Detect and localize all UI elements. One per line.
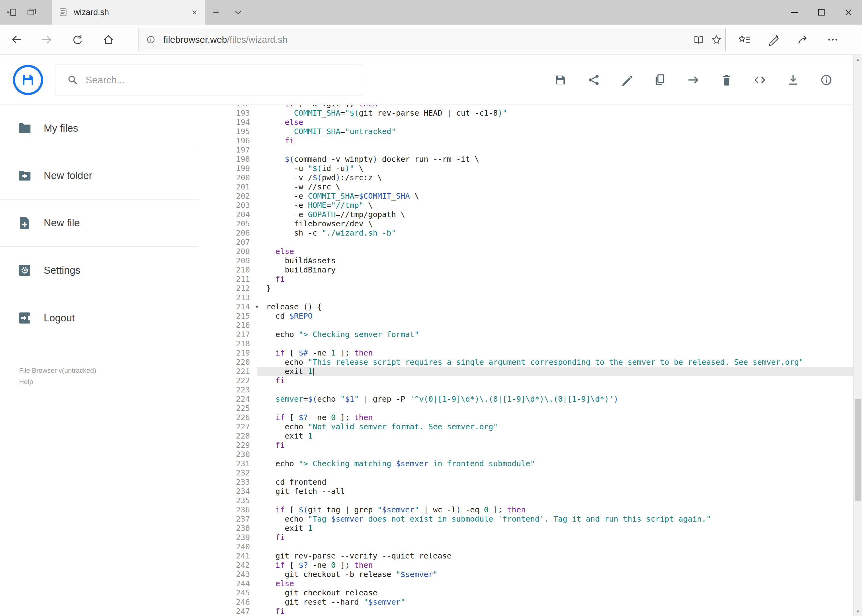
tab-preview-icon[interactable] (24, 3, 39, 22)
search-bar[interactable] (55, 64, 363, 95)
code-line-201[interactable]: -w //src \ (257, 182, 853, 192)
code-line-226[interactable]: if [ $? -ne 0 ]; then (257, 413, 853, 422)
minimize-button[interactable] (781, 0, 808, 25)
code-line-206[interactable]: sh -c "./wizard.sh -b" (257, 228, 853, 238)
sidebar-item-my-files[interactable]: My files (0, 105, 199, 152)
code-line-236[interactable]: if [ $(git tag | grep "$semver" | wc -l)… (257, 505, 853, 514)
code-line-232[interactable] (257, 468, 853, 478)
maximize-button[interactable] (808, 0, 835, 25)
code-line-215[interactable]: cd $REPO (257, 311, 853, 321)
code-line-230[interactable] (257, 450, 853, 459)
code-line-220[interactable]: echo "This release script requires a sin… (257, 358, 853, 367)
code-line-195[interactable]: COMMIT_SHA="untracked" (257, 127, 853, 136)
address-bar[interactable]: filebrowser.web/files/wizard.sh (139, 28, 726, 51)
code-line-241[interactable]: git rev-parse --verify --quiet release (257, 552, 853, 561)
code-line-217[interactable]: echo "> Checking semver format" (257, 330, 853, 339)
code-line-205[interactable]: filebrowser/dev \ (257, 219, 853, 228)
code-line-247[interactable]: fi (257, 607, 853, 616)
code-line-223[interactable] (257, 385, 853, 394)
code-line-231[interactable]: echo "> Checking matching $semver in fro… (257, 459, 853, 468)
code-line-211[interactable]: fi (257, 275, 853, 284)
code-line-221[interactable]: exit 1 (257, 367, 853, 376)
code-line-219[interactable]: if [ $# -ne 1 ]; then (257, 349, 853, 358)
code-line-192[interactable]: if [ -d .git ]; then (257, 105, 853, 108)
forward-button[interactable] (36, 29, 58, 50)
share-button[interactable] (587, 73, 600, 87)
download-button[interactable] (786, 73, 800, 87)
page-scrollbar[interactable]: ▲ ▼ (853, 55, 862, 616)
code-line-235[interactable] (257, 496, 853, 505)
code-line-240[interactable] (257, 542, 853, 552)
home-button[interactable] (98, 29, 119, 50)
info-button[interactable] (819, 73, 833, 87)
code-line-202[interactable]: -e COMMIT_SHA=$COMMIT_SHA \ (257, 192, 853, 201)
code-line-233[interactable]: cd frontend (257, 478, 853, 487)
code-line-203[interactable]: -e HOME="//tmp" \ (257, 201, 853, 210)
code-line-207[interactable] (257, 238, 853, 247)
code-line-234[interactable]: git fetch --all (257, 487, 853, 496)
tabs-set-aside-icon[interactable] (4, 3, 20, 22)
code-line-229[interactable]: fi (257, 441, 853, 450)
code-line-204[interactable]: -e GOPATH=//tmp/gopath \ (257, 210, 853, 219)
code-line-237[interactable]: echo "Tag $semver does not exist in subm… (257, 514, 853, 524)
copy-button[interactable] (653, 73, 667, 87)
move-button[interactable] (687, 73, 700, 87)
scroll-down-arrow[interactable]: ▼ (854, 607, 862, 616)
annotate-pen-icon[interactable] (763, 28, 785, 51)
code-line-225[interactable] (257, 404, 853, 413)
rename-button[interactable] (620, 73, 633, 87)
save-button[interactable] (554, 73, 567, 87)
code-line-246[interactable]: git reset --hard "$semver" (257, 597, 853, 607)
code-line-239[interactable]: fi (257, 533, 853, 542)
new-tab-button[interactable] (205, 0, 227, 25)
code-line-210[interactable]: buildBinary (257, 266, 853, 275)
code-line-243[interactable]: git checkout -b release "$semver" (257, 570, 853, 579)
code-line-212[interactable]: } (257, 284, 853, 293)
code-line-238[interactable]: exit 1 (257, 524, 853, 533)
sidebar-item-logout[interactable]: Logout (0, 294, 199, 342)
raw-view-button[interactable] (753, 73, 767, 87)
code-line-224[interactable]: semver=$(echo "$1" | grep -P '^v(0|[1-9]… (257, 394, 853, 404)
tab-list-chevron-icon[interactable] (227, 0, 249, 25)
sidebar-item-new-file[interactable]: New file (0, 200, 199, 247)
filebrowser-logo-icon[interactable] (13, 65, 43, 95)
code-line-245[interactable]: git checkout release (257, 588, 853, 597)
code-line-197[interactable] (257, 146, 853, 155)
code-line-196[interactable]: fi (257, 136, 853, 146)
page-info-icon[interactable] (142, 34, 160, 46)
code-line-216[interactable] (257, 321, 853, 330)
code-line-199[interactable]: -u "$(id -u)" \ (257, 164, 853, 173)
sidebar-item-new-folder[interactable]: New folder (0, 152, 199, 200)
delete-button[interactable] (720, 73, 733, 87)
favorite-star-icon[interactable] (708, 34, 725, 46)
code-line-194[interactable]: else (257, 118, 853, 127)
code-line-209[interactable]: buildAssets (257, 256, 853, 266)
sidebar-item-settings[interactable]: Settings (0, 247, 199, 294)
code-editor[interactable]: 1921931941951961971981992002012022032042… (199, 105, 853, 616)
browser-tab[interactable]: wizard.sh (52, 0, 205, 25)
back-button[interactable] (6, 29, 27, 50)
hub-favorites-icon[interactable] (733, 28, 755, 51)
tab-close-icon[interactable] (190, 8, 199, 17)
reading-view-icon[interactable] (690, 34, 708, 46)
code-line-227[interactable]: echo "Not valid semver format. See semve… (257, 422, 853, 432)
code-line-198[interactable]: $(command -v winpty) docker run --rm -it… (257, 155, 853, 164)
share-page-icon[interactable] (792, 28, 814, 51)
code-line-242[interactable]: if [ $? -ne 0 ]; then (257, 561, 853, 570)
search-input[interactable] (85, 74, 357, 86)
refresh-button[interactable] (66, 29, 88, 50)
help-link[interactable]: Help (19, 376, 96, 388)
code-line-208[interactable]: else (257, 247, 853, 256)
scroll-up-arrow[interactable]: ▲ (854, 55, 862, 64)
scrollbar-thumb[interactable] (855, 399, 861, 501)
code-line-222[interactable]: fi (257, 376, 853, 385)
code-line-244[interactable]: else (257, 579, 853, 588)
code-line-200[interactable]: -v /$(pwd):/src:z \ (257, 173, 853, 182)
code-line-213[interactable] (257, 293, 853, 302)
close-button[interactable] (835, 0, 862, 25)
code-line-214[interactable]: release () { (257, 302, 853, 311)
code-line-228[interactable]: exit 1 (257, 432, 853, 441)
more-menu-icon[interactable] (822, 28, 844, 51)
code-line-193[interactable]: COMMIT_SHA="$(git rev-parse HEAD | cut -… (257, 108, 853, 118)
code-line-218[interactable] (257, 339, 853, 349)
